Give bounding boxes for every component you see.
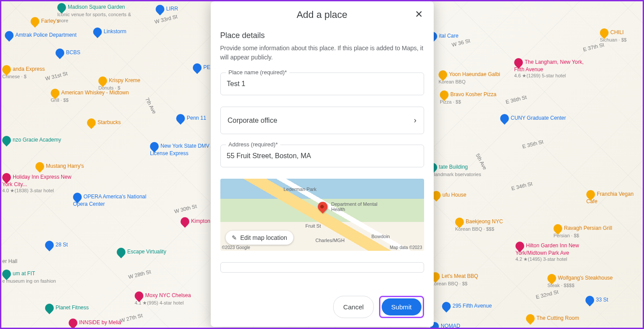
poi-title: nzo Gracie Academy	[13, 137, 61, 143]
poi-title: tate Building	[439, 164, 468, 170]
map-poi[interactable]: OPERA America's National Opera Center	[73, 193, 152, 208]
poi-title: Penn 11	[187, 115, 206, 121]
close-button[interactable]: ✕	[412, 7, 426, 21]
map-attribution-right: Map data ©2023	[390, 245, 422, 250]
poi-pin-icon	[91, 26, 104, 38]
poi-title: NOMAD	[441, 323, 460, 329]
map-poi[interactable]: CUNY Graduate Center	[500, 114, 566, 123]
map-poi[interactable]: ufu House	[432, 191, 466, 200]
cancel-button[interactable]: Cancel	[333, 296, 374, 318]
submit-button[interactable]: Submit	[382, 298, 421, 315]
map-poi[interactable]: Penn 11	[176, 114, 206, 123]
poi-pin-icon	[179, 215, 191, 228]
street-label: W 30th St	[174, 203, 198, 215]
address-input[interactable]	[227, 152, 418, 160]
map-poi[interactable]: Escape Virtuality	[117, 248, 166, 256]
poi-title: Planet Fitness	[56, 305, 89, 311]
address-label: Address (required)*	[226, 141, 281, 148]
dialog-title: Add a place	[296, 9, 347, 21]
poi-title: ufu House	[442, 192, 466, 198]
preview-label-lederman: Lederman Park	[284, 187, 317, 192]
preview-label-charles: Charles/MGH	[316, 238, 345, 243]
dialog-footer: Cancel Submit	[211, 289, 434, 327]
map-poi[interactable]: tate Buildingry landmark bservatories	[428, 163, 481, 178]
map-poi[interactable]: Hilton Garden Inn New York/Midtown Park …	[515, 242, 594, 263]
preview-label-bowdoin: Bowdoin	[372, 234, 390, 239]
poi-title: ital Care	[439, 33, 459, 39]
map-poi[interactable]: Yoon Haeundae GalbiKorean BBQ	[439, 70, 500, 85]
map-poi[interactable]: Franchia Vegan Cafe	[586, 190, 643, 205]
map-poi[interactable]: Baekjeong NYCKorean BBQ · $$$	[455, 218, 503, 232]
poi-title: Hilton Garden Inn New York/Midtown Park …	[515, 242, 579, 256]
poi-title: 28 St	[56, 242, 68, 248]
map-poi[interactable]: Amtrak Police Department	[5, 31, 77, 40]
map-attribution-left: ©2023 Google	[222, 245, 251, 250]
map-poi[interactable]: Starbucks	[87, 118, 121, 127]
section-title: Place details	[220, 31, 424, 40]
poi-title: Yoon Haeundae Galbi	[449, 71, 500, 77]
map-poi[interactable]: NOMAD	[430, 322, 460, 329]
place-name-field[interactable]: Place name (required)*	[220, 73, 424, 95]
map-poi[interactable]: BCBS	[56, 48, 80, 57]
poi-subtitle: 4.6 ★(1269) 5-star hotel	[514, 73, 566, 78]
map-poi[interactable]: Moxy NYC Chelsea4.1 ★(995) 4-star hotel	[135, 291, 191, 306]
poi-title: Escape Virtuality	[127, 249, 166, 255]
poi-subtitle: 4.1 ★(995) 4-star hotel	[135, 300, 184, 305]
poi-title: 33 St	[596, 297, 608, 303]
street-label: W 33rd St	[154, 14, 178, 25]
map-poi[interactable]: Ravagh Persian GrillPersian · $$	[553, 224, 612, 239]
add-place-dialog: Add a place ✕ Place details Provide some…	[211, 1, 434, 327]
poi-subtitle: 4.2 ★(1495) 3-star hotel	[515, 256, 567, 262]
map-poi[interactable]: anda ExpressChinese · $	[2, 65, 45, 80]
map-poi[interactable]: Planet Fitness	[45, 304, 89, 312]
place-name-input[interactable]	[227, 80, 418, 88]
preview-label-dmh: Department of Mental Health	[331, 201, 379, 212]
poi-title: The Cutting Room	[536, 315, 579, 321]
map-poi[interactable]: 295 Fifth Avenue	[442, 302, 492, 311]
map-poi[interactable]: Wolfgang's SteakhouseSteak · $$$$	[547, 274, 613, 289]
poi-pin-icon	[3, 29, 15, 42]
poi-title: Madison Square Garden	[68, 4, 125, 10]
map-poi[interactable]: Farley's	[31, 17, 59, 26]
poi-title: Baekjeong NYC	[466, 218, 503, 225]
category-select[interactable]: Corporate office ›	[220, 107, 424, 134]
street-label: E 32nd St	[535, 289, 559, 300]
poi-title: OPERA America's National Opera Center	[73, 194, 146, 207]
map-poi[interactable]: The Langham, New York, Fifth Avenue4.6 ★…	[514, 58, 593, 79]
map-poi[interactable]: Linkstorm	[93, 28, 126, 36]
map-poi[interactable]: Kimpton	[181, 217, 210, 226]
poi-pin-icon	[85, 117, 97, 129]
map-poi[interactable]: Bravo Kosher PizzaPizza · $$	[440, 90, 496, 105]
map-poi[interactable]: Let's Meat BBQKorean BBQ · $$	[431, 272, 478, 287]
poi-pin-icon	[440, 300, 453, 312]
section-description: Provide some information about this plac…	[220, 44, 424, 62]
map-poi[interactable]: 33 St	[585, 296, 608, 305]
edit-map-location-button[interactable]: ✎ Edit map location	[226, 231, 293, 245]
poi-title: CUNY Graduate Center	[511, 115, 566, 121]
map-poi[interactable]: Holiday Inn Express New York City...4.0 …	[2, 173, 81, 194]
map-poi[interactable]: um at FITe museum ing on fashion	[2, 270, 56, 284]
poi-pin-icon	[154, 3, 166, 15]
map-poi[interactable]: Madison Square GardenIconic venue for sp…	[57, 3, 136, 24]
poi-title: CHILI	[610, 29, 624, 35]
map-poi[interactable]: Mustang Harry's	[35, 162, 84, 171]
poi-title: Amtrak Police Department	[15, 32, 77, 38]
map-poi[interactable]: CHILISichuan · $$	[600, 28, 627, 43]
map-poi[interactable]: LIRR	[156, 5, 178, 14]
next-field-partial[interactable]	[220, 262, 424, 273]
poi-title: Bravo Kosher Pizza	[450, 91, 496, 97]
map-poi[interactable]: The Cutting Room	[526, 314, 579, 323]
map-poi[interactable]: 28 St	[45, 241, 68, 249]
address-field[interactable]: Address (required)*	[220, 145, 424, 167]
poi-title: Farley's	[41, 18, 59, 24]
poi-pin-icon	[54, 47, 66, 59]
map-poi[interactable]: nzo Gracie Academy	[2, 136, 61, 145]
dialog-body[interactable]: Place details Provide some information a…	[211, 28, 434, 289]
poi-title: 295 Fifth Avenue	[453, 303, 492, 309]
edit-map-label: Edit map location	[240, 234, 287, 241]
poi-subtitle: Iconic venue for sports, concerts & more	[57, 12, 131, 23]
map-preview[interactable]: Lederman Park Department of Mental Healt…	[220, 179, 424, 251]
map-poi[interactable]: American Whiskey - MidtownGrill · $$	[51, 89, 129, 104]
poi-pin-icon	[498, 112, 511, 125]
map-poi[interactable]: INNSiDE by Meliá	[69, 319, 121, 327]
